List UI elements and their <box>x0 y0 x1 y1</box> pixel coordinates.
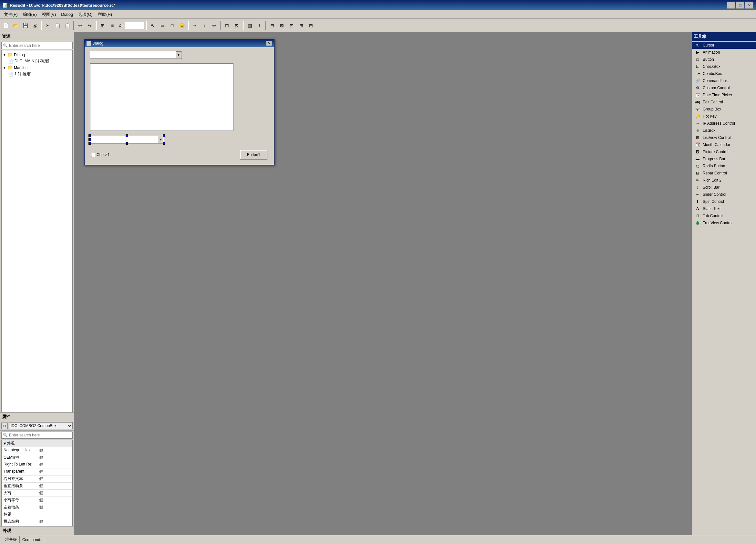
menu-bar: 文件(F) 编辑(E) 视图(V) Dialog 选项(O) 帮助(H) <box>0 10 756 19</box>
toolbar-align3[interactable]: ↕ <box>200 21 209 30</box>
toolbar-cut[interactable]: ✂ <box>43 21 52 30</box>
dialog-listbox[interactable] <box>90 63 233 131</box>
prop-value-1: 假 <box>37 454 72 461</box>
toolbar-new[interactable]: 📄 <box>1 21 10 30</box>
handle-top-right[interactable] <box>163 134 165 137</box>
menu-help[interactable]: 帮助(H) <box>95 11 115 18</box>
toolbox-item-editcontrol[interactable]: ab| Edit Control <box>692 98 756 106</box>
prop-search-input[interactable] <box>9 433 71 437</box>
menu-options[interactable]: 选项(O) <box>76 11 95 18</box>
toolbox-label-cursor: Cursor <box>703 43 714 47</box>
toolbox-item-checkbox[interactable]: ☑ CheckBox <box>692 63 756 70</box>
dialog-checkbox[interactable]: Check1 <box>91 152 110 157</box>
toolbox-item-ipaddress[interactable]: ··· IP Address Control <box>692 120 756 127</box>
prop-icon-box: ⊟ <box>1 423 8 429</box>
toolbox-item-treeview[interactable]: 🌲 TreeView Control <box>692 219 756 226</box>
toolbar-extra5[interactable]: ⊟ <box>306 21 316 30</box>
toolbox-item-button[interactable]: □ Button <box>692 56 756 63</box>
toolbar-save[interactable]: 💾 <box>21 21 30 30</box>
toolbox-item-tabcontrol[interactable]: ⊓ Tab Control <box>692 212 756 219</box>
toolbox-item-cursor[interactable]: ↖ Cursor <box>692 42 756 49</box>
dialog-close-button[interactable]: ✕ <box>266 41 272 46</box>
tree-item-manifest-1[interactable]: 📄 1 [未确定] <box>3 71 71 77</box>
menu-edit[interactable]: 编辑(E) <box>20 11 39 18</box>
toolbar-size2[interactable]: ⊠ <box>232 21 241 30</box>
dialog-combo-wrapper[interactable]: ▼ <box>90 51 182 59</box>
toolbox-item-picturecontrol[interactable]: 🖼 Picture Control <box>692 148 756 155</box>
resource-search-input[interactable] <box>9 43 71 48</box>
toolbox-item-combobox[interactable]: ⊟▾ ComboBox <box>692 70 756 77</box>
toolbox-item-progressbar[interactable]: ▬ Progress Bar <box>692 155 756 162</box>
resource-search-box[interactable]: 🔍 <box>1 42 73 49</box>
handle-bot-mid[interactable] <box>126 142 128 145</box>
menu-file[interactable]: 文件(F) <box>1 11 20 18</box>
toolbar-extra2[interactable]: ⊠ <box>277 21 286 30</box>
prop-search-box[interactable]: 🔍 <box>1 432 73 439</box>
toolbar-open[interactable]: 📂 <box>11 21 20 30</box>
maximize-button[interactable]: □ <box>736 2 744 9</box>
toolbar-rect[interactable]: □ <box>168 21 177 30</box>
toolbar-id-input[interactable] <box>125 22 144 29</box>
toolbar-extra1[interactable]: ⊟ <box>268 21 277 30</box>
toolbox-panel: 工具箱 ↖ Cursor ▶ Animation □ Button ☑ Chec… <box>691 32 756 535</box>
toolbox-item-monthcalendar[interactable]: 📆 Month Calendar <box>692 141 756 148</box>
prop-name-10: 模态结构 <box>2 518 37 525</box>
handle-top-left[interactable] <box>88 134 91 137</box>
toolbar-align[interactable]: ≡ <box>108 21 117 30</box>
minimize-button[interactable]: _ <box>727 2 735 9</box>
menu-dialog[interactable]: Dialog <box>58 11 76 18</box>
handle-mid-left[interactable] <box>88 138 91 141</box>
tree-item-dlg-main[interactable]: 📄 DLG_MAIN [未确定] <box>3 58 71 65</box>
toolbox-item-slidercontrol[interactable]: ⊸ Slider Control <box>692 191 756 198</box>
dialog-combo-arrow[interactable]: ▼ <box>176 51 181 58</box>
prop-group-label: 外观 <box>7 441 15 446</box>
prop-group-header-appearance[interactable]: ▼ 外观 <box>2 440 72 447</box>
prop-selector[interactable]: IDC_COMBO2 ComboBox <box>9 422 73 429</box>
close-button[interactable]: ✕ <box>745 2 753 9</box>
toolbar-extra4[interactable]: ⊞ <box>297 21 306 30</box>
toolbar-spacing[interactable]: ⇔ <box>210 21 219 30</box>
handle-bot-left[interactable] <box>88 142 91 145</box>
resource-tree[interactable]: ▼ 📁 Dialog 📄 DLG_MAIN [未确定] ▼ 📁 Manifest… <box>1 50 73 412</box>
toolbox-item-hotkey[interactable]: 🔑 Hot Key <box>692 113 756 120</box>
toolbar-redo[interactable]: ↪ <box>85 21 94 30</box>
toolbox-item-listbox[interactable]: ≡ ListBox <box>692 127 756 134</box>
toolbar-paste[interactable]: 📋 <box>63 21 72 30</box>
toolbox-item-radiobutton[interactable]: ◎ Radio Button <box>692 162 756 169</box>
toolbar-select[interactable]: ▭ <box>158 21 167 30</box>
toolbox-item-scrollbar[interactable]: ↕ Scroll Bar <box>692 184 756 191</box>
toolbox-item-spincontrol[interactable]: ⬆ Spin Control <box>692 198 756 205</box>
center-canvas[interactable]: Dialog ✕ ▼ <box>74 32 691 535</box>
toolbar-taborder[interactable]: ▤ <box>245 21 254 30</box>
toolbar-grid[interactable]: ⊞ <box>98 21 107 30</box>
toolbox-item-richedit2[interactable]: ✏ Rich Edit 2 <box>692 177 756 184</box>
toolbar-print[interactable]: 🖨 <box>30 21 39 30</box>
toolbar-test2[interactable]: T <box>255 21 264 30</box>
checkbox-input[interactable] <box>91 153 95 157</box>
tree-item-manifest[interactable]: ▼ 📁 Manifest <box>3 65 71 71</box>
toolbar-sep2 <box>73 21 74 30</box>
toolbar-copy[interactable]: 📋 <box>53 21 62 30</box>
dialog-window[interactable]: Dialog ✕ ▼ <box>84 39 274 165</box>
toolbox-item-groupbox[interactable]: xyz Group Box <box>692 106 756 113</box>
handle-bot-right[interactable] <box>163 142 165 145</box>
toolbar-undo[interactable]: ↩ <box>76 21 85 30</box>
menu-view[interactable]: 视图(V) <box>39 11 58 18</box>
toolbar-cursor[interactable]: ↖ <box>148 21 157 30</box>
tree-item-dialog[interactable]: ▼ 📁 Dialog <box>3 52 71 58</box>
handle-top-mid[interactable] <box>126 134 128 137</box>
toolbox-item-statictext[interactable]: A Static Text <box>692 205 756 212</box>
toolbox-item-listview[interactable]: ⊞ ListView Control <box>692 134 756 141</box>
dialog-selected-combo[interactable]: ▼ <box>90 136 164 143</box>
toolbox-item-rebarcontrol[interactable]: ⊟ Rebar Control <box>692 169 756 177</box>
toolbar-test[interactable]: 😊 <box>177 21 186 30</box>
toolbar-align2[interactable]: ↔ <box>190 21 199 30</box>
toolbar-size[interactable]: ⊡ <box>223 21 232 30</box>
toolbox-item-commandlink[interactable]: 🔗 CommandLink <box>692 77 756 84</box>
toolbar-extra3[interactable]: ⊡ <box>287 21 296 30</box>
prop-name-7: 小写字母 <box>2 497 37 504</box>
dialog-button1[interactable]: Button1 <box>240 150 267 159</box>
toolbox-item-datetimepicker[interactable]: 📅 Date Time Picker <box>692 91 756 98</box>
toolbox-item-customcontrol[interactable]: ⚙ Custom Control <box>692 84 756 91</box>
toolbox-item-animation[interactable]: ▶ Animation <box>692 49 756 56</box>
